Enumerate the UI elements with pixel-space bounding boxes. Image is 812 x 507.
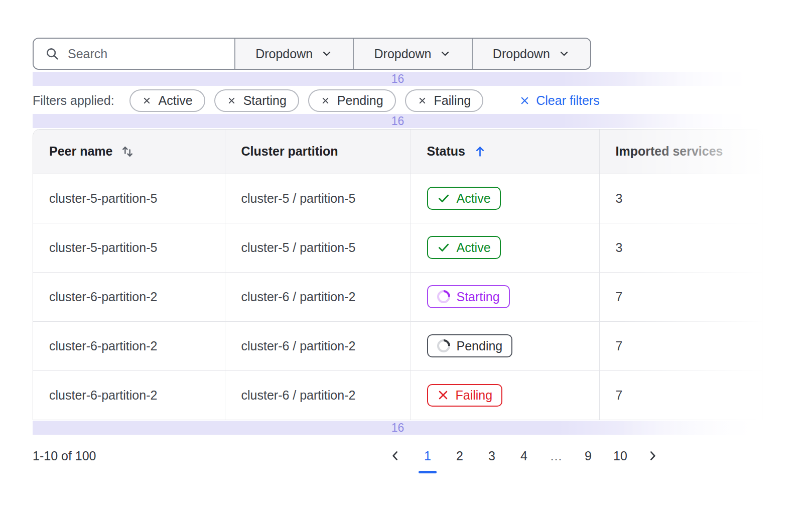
next-page-button[interactable] (642, 446, 662, 465)
clear-filters-x-icon (519, 95, 530, 106)
sort-ascending-icon (473, 145, 487, 158)
column-label: Cluster partition (241, 144, 338, 159)
clear-filters-link[interactable]: Clear filters (519, 93, 599, 108)
peers-table: Peer name Cluster partition (33, 129, 763, 420)
spacing-marker-band: 16 (33, 72, 763, 86)
column-label: Peer name (49, 144, 112, 159)
filter-chip-starting[interactable]: Starting (214, 89, 299, 112)
filter-chip-active[interactable]: Active (129, 89, 205, 112)
filter-toolbar: Dropdown Dropdown Dropdown (33, 38, 591, 70)
spinner-icon (434, 337, 453, 355)
imported-services-cell: 7 (599, 321, 762, 370)
pagination-bar: 1-10 of 100 1 2 3 4 … 9 10 (33, 441, 812, 471)
check-icon (437, 241, 450, 254)
table-header-row: Peer name Cluster partition (33, 130, 762, 174)
applied-filters-row: Filters applied: Active Starting Pending… (33, 89, 812, 112)
chevron-down-icon (321, 48, 333, 60)
filter-chip-label: Starting (243, 93, 287, 108)
cluster-partition-cell: cluster-5 / partition-5 (225, 223, 411, 272)
chevron-down-icon (558, 48, 570, 60)
remove-filter-icon[interactable] (321, 96, 330, 105)
results-range-summary: 1-10 of 100 (33, 449, 96, 463)
dropdown-label: Dropdown (493, 47, 550, 61)
filter-chip-pending[interactable]: Pending (308, 89, 396, 112)
status-cell: Active (411, 174, 599, 223)
page-number-9[interactable]: 9 (578, 446, 598, 466)
spinner-icon (434, 288, 453, 306)
status-label: Active (457, 192, 491, 205)
chevron-down-icon (439, 48, 451, 60)
search-input[interactable] (68, 47, 218, 61)
x-icon (437, 389, 449, 401)
dropdown-button-1[interactable]: Dropdown (234, 39, 353, 69)
imported-services-cell: 7 (599, 272, 762, 321)
dropdown-label: Dropdown (255, 47, 313, 61)
status-badge-active: Active (427, 187, 501, 210)
peers-list-page: Dropdown Dropdown Dropdown 16 Filters ap… (0, 0, 812, 507)
spacing-marker-band: 16 (33, 114, 763, 128)
filters-applied-label: Filters applied: (33, 93, 114, 108)
previous-page-button[interactable] (385, 446, 405, 465)
spacing-marker-value: 16 (391, 72, 404, 86)
status-badge-failing: Failing (427, 384, 503, 407)
column-header-peer-name[interactable]: Peer name (33, 130, 225, 174)
status-cell: Failing (411, 370, 599, 420)
spacing-marker-value: 16 (391, 421, 404, 435)
table-row: cluster-6-partition-2 cluster-6 / partit… (33, 272, 762, 321)
status-badge-starting: Starting (427, 285, 510, 308)
table-row: cluster-6-partition-2 cluster-6 / partit… (33, 370, 762, 420)
cluster-partition-cell: cluster-5 / partition-5 (225, 174, 411, 223)
cluster-partition-cell: cluster-6 / partition-2 (225, 272, 411, 321)
column-label: Status (427, 144, 465, 159)
imported-services-cell: 3 (599, 223, 762, 272)
status-badge-pending: Pending (427, 334, 513, 357)
table-row: cluster-5-partition-5 cluster-5 / partit… (33, 223, 762, 272)
page-number-10[interactable]: 10 (610, 446, 630, 466)
status-cell: Pending (411, 321, 599, 370)
filter-chip-label: Failing (434, 93, 471, 108)
dropdown-label: Dropdown (374, 47, 432, 61)
status-label: Failing (456, 389, 493, 402)
filter-chip-label: Active (159, 93, 193, 108)
status-cell: Active (411, 223, 599, 272)
imported-services-cell: 7 (599, 370, 762, 420)
status-label: Starting (457, 291, 500, 303)
table-row: cluster-5-partition-5 cluster-5 / partit… (33, 174, 762, 223)
sort-toggle-icon (120, 145, 134, 159)
remove-filter-icon[interactable] (142, 96, 152, 105)
page-number-1[interactable]: 1 (418, 446, 438, 466)
page-number-4[interactable]: 4 (514, 446, 534, 466)
search-box[interactable] (34, 39, 234, 69)
spacing-marker-value: 16 (391, 114, 404, 128)
table-row: cluster-6-partition-2 cluster-6 / partit… (33, 321, 762, 370)
cluster-partition-cell: cluster-6 / partition-2 (225, 370, 411, 420)
page-number-2[interactable]: 2 (450, 446, 470, 466)
peer-name-cell: cluster-6-partition-2 (33, 321, 225, 370)
peer-name-cell: cluster-6-partition-2 (33, 272, 225, 321)
cluster-partition-cell: cluster-6 / partition-2 (225, 321, 411, 370)
clear-filters-label: Clear filters (536, 93, 599, 108)
dropdown-button-2[interactable]: Dropdown (353, 39, 471, 69)
search-icon (45, 46, 60, 61)
filter-chip-failing[interactable]: Failing (405, 89, 484, 112)
peer-name-cell: cluster-6-partition-2 (33, 370, 225, 420)
column-header-status[interactable]: Status (411, 130, 599, 174)
status-cell: Starting (411, 272, 599, 321)
pager: 1 2 3 4 … 9 10 (385, 446, 662, 466)
spacing-marker-band: 16 (33, 421, 763, 435)
column-header-imported-services: Imported services (599, 130, 762, 174)
column-header-cluster-partition: Cluster partition (225, 130, 411, 174)
page-number-3[interactable]: 3 (482, 446, 502, 466)
peer-name-cell: cluster-5-partition-5 (33, 223, 225, 272)
status-badge-active: Active (427, 236, 501, 259)
imported-services-cell: 3 (599, 174, 762, 223)
page-ellipsis: … (546, 446, 566, 466)
remove-filter-icon[interactable] (227, 96, 236, 105)
remove-filter-icon[interactable] (418, 96, 427, 105)
check-icon (437, 192, 450, 205)
status-label: Pending (457, 340, 503, 352)
filter-chip-label: Pending (337, 93, 383, 108)
peer-name-cell: cluster-5-partition-5 (33, 174, 225, 223)
column-label: Imported services (616, 144, 723, 159)
dropdown-button-3[interactable]: Dropdown (472, 39, 590, 69)
